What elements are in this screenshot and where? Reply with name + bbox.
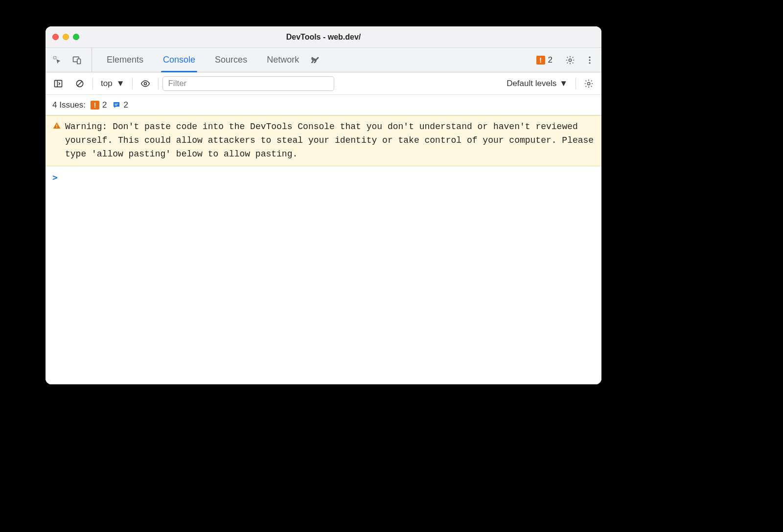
live-expression-eye-icon[interactable]: [137, 75, 154, 92]
warning-icon: !: [91, 101, 99, 110]
console-toolbar: top ▼ Default levels ▼: [46, 72, 601, 95]
traffic-lights: [46, 34, 79, 40]
prompt-chevron-icon: >: [52, 172, 58, 182]
execution-context-selector[interactable]: top ▼: [97, 79, 128, 89]
console-prompt[interactable]: >: [46, 166, 601, 188]
svg-point-5: [589, 59, 590, 61]
svg-rect-16: [56, 127, 57, 128]
svg-rect-7: [55, 80, 62, 87]
issues-warn-count: 2: [102, 100, 107, 110]
svg-point-3: [569, 59, 571, 61]
console-output: Warning: Don't paste code into the DevTo…: [46, 115, 601, 384]
separator: [576, 78, 576, 89]
svg-point-12: [587, 82, 590, 85]
chevron-down-icon: ▼: [559, 79, 568, 89]
svg-rect-2: [77, 59, 81, 64]
warning-text: Warning: Don't paste code into the DevTo…: [65, 120, 595, 161]
close-window-button[interactable]: [52, 34, 59, 40]
console-settings-gear-icon[interactable]: [580, 75, 598, 92]
warning-triangle-icon: [52, 120, 61, 161]
window-title: DevTools - web.dev/: [46, 33, 601, 42]
issues-prefix: 4 Issues:: [52, 100, 86, 110]
tabstrip-left-tools: [48, 48, 92, 72]
svg-point-11: [144, 82, 147, 85]
header-issue-count: 2: [548, 55, 553, 65]
log-levels-selector[interactable]: Default levels ▼: [503, 79, 572, 89]
execution-context-label: top: [101, 79, 113, 89]
tab-network[interactable]: Network: [257, 48, 309, 72]
separator: [158, 78, 159, 89]
header-issues-indicator[interactable]: ! 2: [533, 54, 555, 66]
device-toolbar-icon[interactable]: [68, 51, 86, 69]
svg-rect-13: [115, 104, 118, 104]
maximize-window-button[interactable]: [73, 34, 79, 40]
log-levels-label: Default levels: [507, 79, 556, 89]
settings-gear-icon[interactable]: [561, 51, 579, 69]
tab-console[interactable]: Console: [153, 48, 205, 72]
panel-tabstrip: Elements Console Sources Network » ! 2: [46, 48, 601, 72]
svg-point-4: [589, 56, 590, 58]
chevron-down-icon: ▼: [116, 79, 125, 89]
titlebar: DevTools - web.dev/: [46, 26, 601, 48]
issues-comment-count: 2: [124, 100, 128, 110]
separator: [92, 78, 93, 89]
self-xss-warning: Warning: Don't paste code into the DevTo…: [46, 115, 601, 166]
tabstrip-right-tools: ! 2: [533, 48, 599, 72]
svg-rect-15: [56, 125, 57, 127]
issues-summary-row[interactable]: 4 Issues: ! 2 2: [46, 95, 601, 115]
clear-console-icon[interactable]: [71, 75, 89, 92]
warning-icon: !: [536, 56, 545, 65]
svg-rect-0: [54, 56, 56, 59]
tab-elements[interactable]: Elements: [97, 48, 153, 72]
svg-point-6: [589, 62, 590, 64]
kebab-menu-icon[interactable]: [581, 51, 599, 69]
more-tabs-icon[interactable]: »: [309, 48, 328, 72]
minimize-window-button[interactable]: [63, 34, 69, 40]
separator: [132, 78, 133, 89]
comment-icon: [112, 101, 121, 110]
panel-tabs: Elements Console Sources Network »: [97, 48, 533, 72]
toggle-sidebar-icon[interactable]: [49, 75, 67, 92]
tab-sources[interactable]: Sources: [205, 48, 257, 72]
filter-input[interactable]: [162, 76, 334, 91]
svg-rect-14: [115, 105, 117, 105]
svg-line-10: [77, 81, 82, 86]
devtools-window: DevTools - web.dev/ Elements Console Sou…: [46, 26, 601, 384]
inspect-element-icon[interactable]: [48, 51, 66, 69]
